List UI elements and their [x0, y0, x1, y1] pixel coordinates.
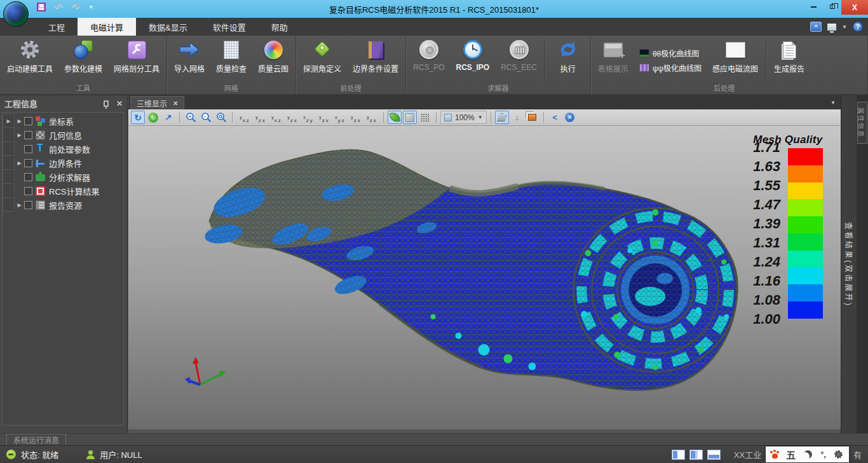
tree-gutter-cell[interactable] [3, 128, 15, 142]
layout-bottom-panel-icon[interactable] [707, 450, 721, 460]
ribbon-button-quality-cloud[interactable]: 质量云图 [252, 38, 294, 83]
drop-tool-button[interactable]: ↓ [510, 111, 524, 124]
shaded-mode-button[interactable] [388, 111, 402, 124]
collapse-ribbon-icon[interactable]: ^ [810, 22, 822, 32]
spin-tool-button[interactable]: ↻ [146, 111, 160, 124]
tree-item-2[interactable]: 前处理参数 [3, 142, 123, 156]
ribbon-button-table-display[interactable]: 表格展示 [592, 38, 634, 83]
zoom-out-button[interactable]: - [199, 111, 213, 124]
ime-toolbar[interactable]: 五 °, [766, 446, 849, 462]
zoom-level-select[interactable]: 100% ▼ [440, 111, 487, 124]
ime-punctuation[interactable]: °, [820, 450, 826, 459]
results-side-tab[interactable]: 查看结果(双击展开) [841, 95, 857, 433]
tree-expander-icon[interactable]: ▶ [15, 118, 24, 124]
tree-item-label: 前处理参数 [49, 143, 90, 155]
view-orientation-button-2[interactable]: yx z [268, 111, 284, 124]
layout-left-panel-icon[interactable] [672, 450, 685, 460]
close-view-button[interactable]: ✕ [563, 111, 577, 124]
mesh-model[interactable] [128, 126, 841, 429]
minimize-button[interactable] [804, 0, 823, 13]
tab-overflow-icon[interactable]: ▼ [831, 100, 836, 106]
view-orientation-button-8[interactable]: yz x [363, 111, 379, 124]
ribbon-button-em-current-map[interactable]: 感应电磁流图 [707, 38, 764, 83]
menu-tab-1[interactable]: 电磁计算 [78, 18, 136, 36]
display-icon[interactable] [827, 24, 836, 31]
view-orientation-button-7[interactable]: yz x [348, 111, 363, 124]
tree-expander-icon[interactable]: ▶ [15, 160, 24, 166]
pin-icon[interactable] [104, 100, 109, 107]
tree-gutter-cell[interactable] [3, 142, 15, 156]
tree-item-5[interactable]: RCS计算结果 [3, 184, 123, 198]
tree-item-4[interactable]: 分析求解器 [3, 170, 123, 184]
ribbon-button-quality-check[interactable]: 质量检查 [210, 38, 252, 83]
tree-gutter-cell[interactable] [3, 184, 15, 198]
pan-tool-button[interactable]: ↗ [161, 111, 175, 124]
tree-item-3[interactable]: ▶边界条件 [3, 156, 123, 170]
ribbon-button-launch-modeling[interactable]: 启动建模工具 [1, 38, 58, 83]
wireframe-mode-button[interactable] [403, 111, 417, 124]
system-message-tab[interactable]: 系统运行消息 [6, 434, 66, 445]
panel-close-icon[interactable]: ✕ [116, 99, 123, 108]
ribbon-button-generate-report[interactable]: 生成报告 [768, 38, 810, 83]
tree-gutter-cell[interactable]: ▶ [3, 114, 15, 128]
view-orientation-button-0[interactable]: yx z [236, 111, 252, 124]
menu-tab-3[interactable]: 软件设置 [200, 18, 259, 36]
viewport-tab-3d[interactable]: 三维显示 ✕ [130, 96, 184, 109]
layers-tool-button[interactable] [526, 111, 539, 124]
ribbon-button-rcs-eec[interactable]: RCS_EEC [495, 38, 543, 83]
tree-checkbox[interactable] [24, 131, 32, 139]
zoom-in-button[interactable]: + [184, 111, 198, 124]
ribbon-button-rcs-po[interactable]: RCS_PO [407, 38, 450, 83]
ribbon-button-execute[interactable]: 执行 [547, 38, 589, 83]
points-mode-button[interactable] [418, 111, 432, 124]
app-logo-icon[interactable] [3, 1, 29, 27]
ime-paw-icon[interactable] [772, 453, 778, 459]
tree-gutter-cell[interactable] [3, 170, 15, 184]
tree-checkbox[interactable] [24, 159, 32, 167]
tree-expander-icon[interactable]: ▶ [15, 202, 24, 208]
display-dropdown-icon[interactable]: ▼ [842, 24, 847, 30]
ribbon-button-import-mesh[interactable]: 导入网格 [168, 38, 210, 83]
restore-button[interactable] [823, 0, 841, 13]
ribbon-button-parametric-modeling[interactable]: 参数化建模 [58, 38, 108, 83]
tree-expander-icon[interactable]: ▶ [15, 132, 24, 138]
view-orientation-button-4[interactable]: xz y [300, 111, 316, 124]
ribbon-button-probe-angle[interactable]: 探测角定义 [297, 38, 347, 83]
tree-checkbox[interactable] [24, 145, 32, 153]
tree-gutter-cell[interactable] [3, 156, 15, 170]
ribbon-button-boundary-settings[interactable]: 边界条件设置 [347, 38, 404, 83]
ime-moon-icon[interactable] [804, 450, 812, 459]
tree-item-6[interactable]: ▶报告资源 [3, 198, 123, 212]
clip-tool-button[interactable] [495, 111, 509, 124]
menu-tab-0[interactable]: 工程 [36, 18, 78, 36]
tree-item-0[interactable]: ▶▶坐标系 [3, 114, 123, 128]
help-icon[interactable]: ? [853, 22, 863, 32]
ribbon-button-mesh-partition[interactable]: 网格剖分工具 [108, 38, 165, 83]
view-orientation-button-6[interactable]: xy z [332, 111, 348, 124]
menu-tab-4[interactable]: 帮助 [259, 18, 301, 36]
tree-checkbox[interactable] [24, 201, 32, 209]
tree-checkbox[interactable] [24, 187, 32, 195]
menu-tab-2[interactable]: 数据&显示 [136, 18, 200, 36]
pan-icon: ↗ [165, 113, 172, 122]
view-orientation-button-3[interactable]: yz x [284, 111, 300, 124]
viewport-tab-close-icon[interactable]: ✕ [173, 100, 178, 107]
ime-gear-icon[interactable] [834, 450, 843, 459]
layout-split-panel-icon[interactable] [689, 450, 703, 460]
view-orientation-button-5[interactable]: yz x [316, 111, 332, 124]
tree-item-1[interactable]: ▶几何信息 [3, 128, 123, 142]
rotate-tool-button[interactable]: ↻ [131, 111, 145, 124]
zoom-fit-button[interactable] [214, 111, 228, 124]
canvas-3d[interactable]: Mesh Quality 1.711.631.551.471.391.311.2… [128, 126, 841, 429]
share-tool-button[interactable]: < [548, 111, 562, 124]
close-button[interactable]: X [841, 0, 868, 15]
tree-gutter-cell[interactable] [3, 198, 15, 212]
properties-side-tab[interactable]: 属性信息 [857, 102, 867, 144]
tree-checkbox[interactable] [24, 117, 32, 125]
ribbon-button-psi-chart[interactable]: ψψ极化曲线图 [639, 62, 702, 73]
ribbon-button-theta-chart[interactable]: θθ极化曲线图 [639, 48, 702, 59]
tree-checkbox[interactable] [24, 173, 32, 181]
ribbon-button-rcs-ipo[interactable]: RCS_IPO [450, 38, 495, 83]
view-orientation-button-1[interactable]: yz x [252, 111, 268, 124]
ime-wubi-mode[interactable]: 五 [786, 448, 796, 461]
